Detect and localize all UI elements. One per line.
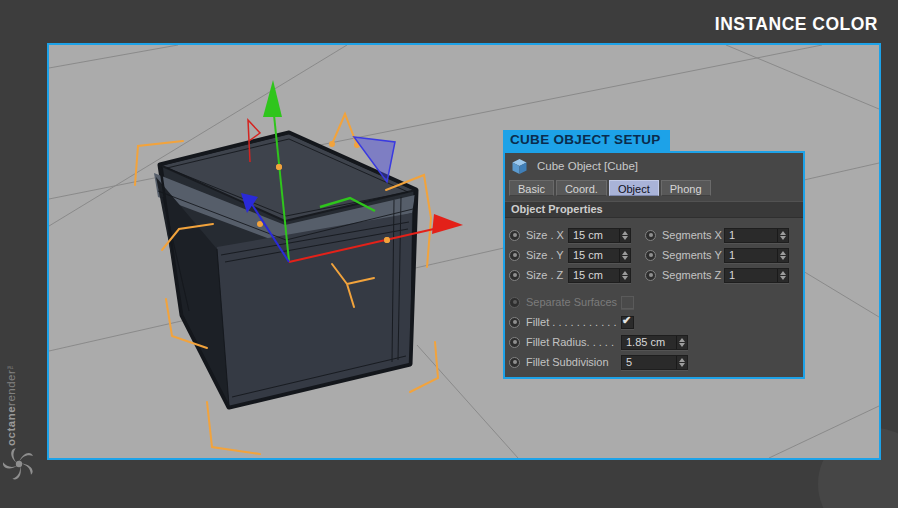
segments-z-label: Segments Z [662, 269, 724, 281]
step-down-icon[interactable] [780, 276, 786, 280]
segments-x-radio[interactable] [645, 230, 656, 241]
step-down-icon[interactable] [622, 236, 628, 240]
page-title: INSTANCE COLOR [715, 14, 878, 35]
size-y-stepper[interactable] [619, 249, 630, 262]
cube-object[interactable] [154, 133, 416, 407]
step-up-icon[interactable] [679, 338, 685, 342]
panel-heading: CUBE OBJECT SETUP [503, 130, 670, 151]
fillet-radius-field[interactable]: 1.85 cm [621, 335, 688, 350]
attribute-manager: Cube Object [Cube] Basic Coord. Object P… [503, 151, 805, 379]
size-y-field[interactable]: 15 cm [568, 248, 631, 263]
step-up-icon[interactable] [780, 231, 786, 235]
segments-y-radio[interactable] [645, 250, 656, 261]
section-object-properties: Object Properties [505, 201, 803, 218]
properties-list: Size . X 15 cm Segments X 1 Size . Y [505, 218, 803, 372]
brand-wordmark: octanerender™ [5, 358, 17, 446]
step-down-icon[interactable] [622, 276, 628, 280]
y-axis-arrow[interactable] [263, 80, 282, 117]
size-z-stepper[interactable] [619, 269, 630, 282]
step-up-icon[interactable] [622, 251, 628, 255]
step-up-icon[interactable] [780, 251, 786, 255]
brand-trademark: ™ [7, 362, 14, 370]
step-down-icon[interactable] [679, 343, 685, 347]
application-window: INSTANCE COLOR [0, 0, 898, 508]
step-up-icon[interactable] [679, 358, 685, 362]
fillet-subdivision-label: Fillet Subdivision [526, 356, 621, 368]
object-title: Cube Object [Cube] [537, 160, 638, 172]
segments-x-label: Segments X [662, 229, 724, 241]
cube-object-icon [511, 158, 528, 175]
tab-phong[interactable]: Phong [661, 180, 711, 196]
segments-y-field[interactable]: 1 [724, 248, 789, 263]
size-y-radio[interactable] [509, 250, 520, 261]
tab-object[interactable]: Object [609, 180, 659, 196]
fillet-subdivision-row: Fillet Subdivision 5 [505, 352, 803, 372]
fillet-radio[interactable] [509, 317, 520, 328]
segments-x-field[interactable]: 1 [724, 228, 789, 243]
size-z-radio[interactable] [509, 270, 520, 281]
size-z-label: Size . Z [526, 269, 568, 281]
fillet-radius-row: Fillet Radius. . . . . 1.85 cm [505, 332, 803, 352]
segments-y-stepper[interactable] [777, 249, 788, 262]
octane-logo-icon [3, 448, 35, 480]
fillet-subdivision-radio[interactable] [509, 357, 520, 368]
step-up-icon[interactable] [780, 271, 786, 275]
separate-surfaces-row: Separate Surfaces [505, 292, 803, 312]
step-down-icon[interactable] [622, 256, 628, 260]
fillet-radius-radio[interactable] [509, 337, 520, 348]
y-param-dot[interactable] [276, 164, 282, 170]
fillet-row: Fillet . . . . . . . . . . . ✔ [505, 312, 803, 332]
step-up-icon[interactable] [622, 271, 628, 275]
size-x-field[interactable]: 15 cm [568, 228, 631, 243]
size-x-radio[interactable] [509, 230, 520, 241]
brand-rail: octanerender™ [0, 0, 46, 508]
fillet-radius-label: Fillet Radius. . . . . [526, 336, 621, 348]
brand-word-render: render [5, 370, 17, 406]
object-header-row: Cube Object [Cube] [505, 153, 803, 179]
x-param-dot[interactable] [384, 237, 390, 243]
step-down-icon[interactable] [780, 236, 786, 240]
step-down-icon[interactable] [679, 363, 685, 367]
size-x-stepper[interactable] [619, 229, 630, 242]
size-x-row: Size . X 15 cm Segments X 1 [505, 225, 803, 245]
separate-surfaces-radio [509, 297, 520, 308]
x-axis-arrow[interactable] [432, 214, 463, 234]
size-z-field[interactable]: 15 cm [568, 268, 631, 283]
tab-coord[interactable]: Coord. [556, 180, 607, 196]
check-icon: ✔ [622, 314, 631, 327]
brand-word-octane: octane [5, 406, 17, 446]
fillet-subdivision-stepper[interactable] [676, 356, 687, 369]
step-down-icon[interactable] [780, 256, 786, 260]
step-up-icon[interactable] [622, 231, 628, 235]
segments-z-field[interactable]: 1 [724, 268, 789, 283]
tab-bar: Basic Coord. Object Phong [509, 180, 803, 196]
segments-z-stepper[interactable] [777, 269, 788, 282]
separate-surfaces-label: Separate Surfaces [526, 296, 621, 308]
size-y-row: Size . Y 15 cm Segments Y 1 [505, 245, 803, 265]
fillet-subdivision-field[interactable]: 5 [621, 355, 688, 370]
tab-basic[interactable]: Basic [509, 180, 554, 196]
size-z-row: Size . Z 15 cm Segments Z 1 [505, 265, 803, 285]
cube-setup-panel: CUBE OBJECT SETUP Cube Object [Cube] Bas… [503, 130, 805, 379]
segments-y-label: Segments Y [662, 249, 724, 261]
segments-z-radio[interactable] [645, 270, 656, 281]
separate-surfaces-checkbox [621, 296, 634, 309]
segments-x-stepper[interactable] [777, 229, 788, 242]
fillet-label: Fillet . . . . . . . . . . . [526, 316, 621, 328]
size-x-label: Size . X [526, 229, 568, 241]
size-y-label: Size . Y [526, 249, 568, 261]
fillet-checkbox[interactable]: ✔ [621, 316, 634, 329]
fillet-radius-stepper[interactable] [676, 336, 687, 349]
